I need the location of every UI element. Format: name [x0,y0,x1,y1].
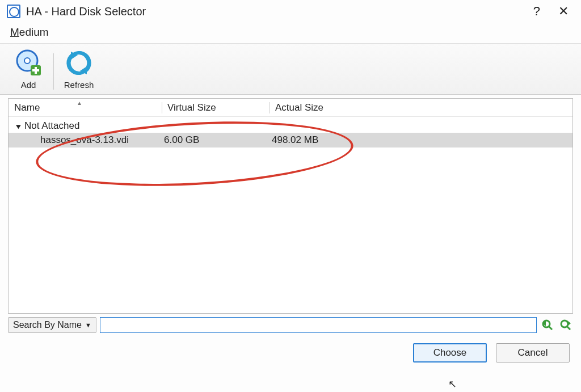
svg-rect-4 [32,69,39,71]
help-button[interactable]: ? [533,5,540,18]
disk-item-virtual-size: 6.00 GB [162,134,270,146]
column-header-actual-size[interactable]: Actual Size [270,100,572,116]
column-header-virtual-size[interactable]: Virtual Size [162,100,270,116]
search-prev-button[interactable] [540,318,555,332]
window: HA - Hard Disk Selector ? ✕ Medium Add [0,0,581,392]
column-header-row: Name ▲ Virtual Size Actual Size [9,99,572,117]
search-mode-dropdown[interactable]: Search By Name ▼ [8,317,96,333]
svg-point-1 [24,58,30,64]
disk-list-panel: Name ▲ Virtual Size Actual Size ▼ Not At… [8,98,573,314]
disk-item-name: hassos_ova-3.13.vdi [9,134,162,146]
search-input[interactable] [100,317,537,333]
choose-button-label: Choose [433,347,467,359]
dropdown-triangle-icon: ▼ [85,322,91,328]
search-mode-label: Search By Name [13,320,82,330]
cancel-button[interactable]: Cancel [496,343,570,363]
disk-item-actual-size: 498.02 MB [270,134,572,146]
cursor-icon: ↖︎ [448,378,457,390]
search-next-button[interactable] [558,318,573,332]
svg-line-11 [567,326,570,330]
svg-marker-12 [567,321,571,326]
dialog-button-row: Choose Cancel [0,335,581,367]
app-icon [7,5,20,18]
cancel-button-label: Cancel [518,347,548,359]
chevron-down-icon: ▼ [14,122,24,130]
toolbar-separator [53,53,54,90]
search-row: Search By Name ▼ [8,317,573,333]
titlebar: HA - Hard Disk Selector ? ✕ [0,0,581,23]
window-title: HA - Hard Disk Selector [26,5,533,18]
refresh-label: Refresh [64,80,94,90]
disk-tree: ▼ Not Attached hassos_ova-3.13.vdi 6.00 … [9,117,572,147]
add-label: Add [21,80,36,90]
sort-indicator-icon: ▲ [77,100,82,106]
refresh-icon [63,47,95,79]
column-header-name-label: Name [14,102,40,113]
disk-item-row[interactable]: hassos_ova-3.13.vdi 6.00 GB 498.02 MB [9,133,572,147]
close-button[interactable]: ✕ [558,5,569,18]
refresh-button[interactable]: Refresh [61,47,97,90]
add-button[interactable]: Add [10,47,47,90]
add-disk-icon [12,47,44,79]
menu-medium-label: edium [19,26,49,38]
titlebar-buttons: ? ✕ [533,5,569,18]
group-label: Not Attached [24,120,79,132]
group-not-attached[interactable]: ▼ Not Attached [9,119,572,133]
toolbar: Add Refresh [0,44,581,95]
menu-medium[interactable]: Medium [7,25,52,40]
svg-line-8 [549,326,552,330]
choose-button[interactable]: Choose [413,343,487,363]
column-header-name[interactable]: Name ▲ [9,100,162,116]
menubar: Medium [0,23,581,43]
